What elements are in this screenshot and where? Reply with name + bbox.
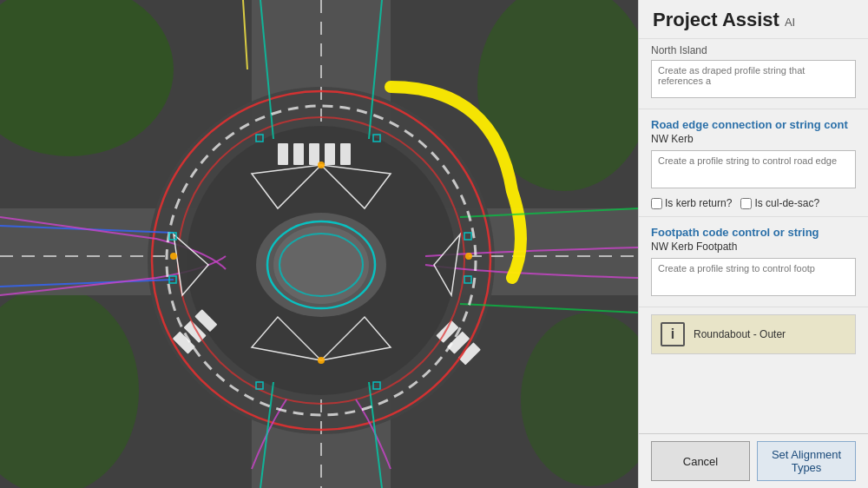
cul-de-sac-checkbox[interactable] <box>740 198 752 209</box>
kerb-return-checkbox[interactable] <box>651 198 662 209</box>
panel-title: Project Assist <box>653 9 779 31</box>
cul-de-sac-checkbox-item[interactable]: Is cul-de-sac? <box>740 197 819 209</box>
panel-header: Project Assist AI <box>639 0 868 39</box>
north-island-section: North Island <box>639 39 868 109</box>
svg-rect-14 <box>278 143 288 165</box>
panel-content[interactable]: North Island Road edge connection or str… <box>639 39 868 433</box>
cancel-button[interactable]: Cancel <box>651 441 750 481</box>
kerb-return-label: Is kerb return? <box>665 197 732 209</box>
svg-point-38 <box>465 253 472 260</box>
road-edge-title: Road edge connection or string cont <box>651 118 856 131</box>
panel-title-row: Project Assist AI <box>653 9 854 31</box>
road-edge-subtitle: NW Kerb <box>651 133 856 145</box>
svg-rect-18 <box>340 143 351 165</box>
footpath-title: Footpath code control or string <box>651 226 856 239</box>
footpath-textbox[interactable] <box>651 258 856 296</box>
kerb-return-checkbox-item[interactable]: Is kerb return? <box>651 197 732 209</box>
svg-point-13 <box>273 226 369 304</box>
north-island-subtitle: North Island <box>651 44 856 56</box>
project-assist-panel: Project Assist AI North Island Road edge… <box>638 0 868 488</box>
set-alignment-button[interactable]: Set Alignment Types <box>757 441 856 481</box>
map-view[interactable] <box>0 0 638 488</box>
info-box: i Roundabout - Outer <box>651 314 856 354</box>
info-icon: i <box>661 322 685 346</box>
svg-rect-16 <box>309 143 319 165</box>
panel-ai-label: AI <box>785 16 795 29</box>
road-edge-textbox[interactable] <box>651 150 856 188</box>
roundabout-outer-label: Roundabout - Outer <box>694 328 786 340</box>
info-text: Roundabout - Outer <box>694 328 786 340</box>
cul-de-sac-label: Is cul-de-sac? <box>754 197 819 209</box>
svg-rect-17 <box>325 143 335 165</box>
svg-point-36 <box>318 162 325 168</box>
north-island-textbox[interactable] <box>651 60 856 98</box>
svg-point-39 <box>318 357 325 364</box>
svg-point-37 <box>170 253 177 260</box>
road-edge-section: Road edge connection or string cont NW K… <box>639 109 868 217</box>
footpath-section: Footpath code control or string NW Kerb … <box>639 217 868 307</box>
svg-rect-15 <box>293 143 304 165</box>
panel-footer: Cancel Set Alignment Types <box>639 433 868 488</box>
footpath-subtitle: NW Kerb Footpath <box>651 241 856 253</box>
road-edge-checkboxes: Is kerb return? Is cul-de-sac? <box>651 197 856 209</box>
